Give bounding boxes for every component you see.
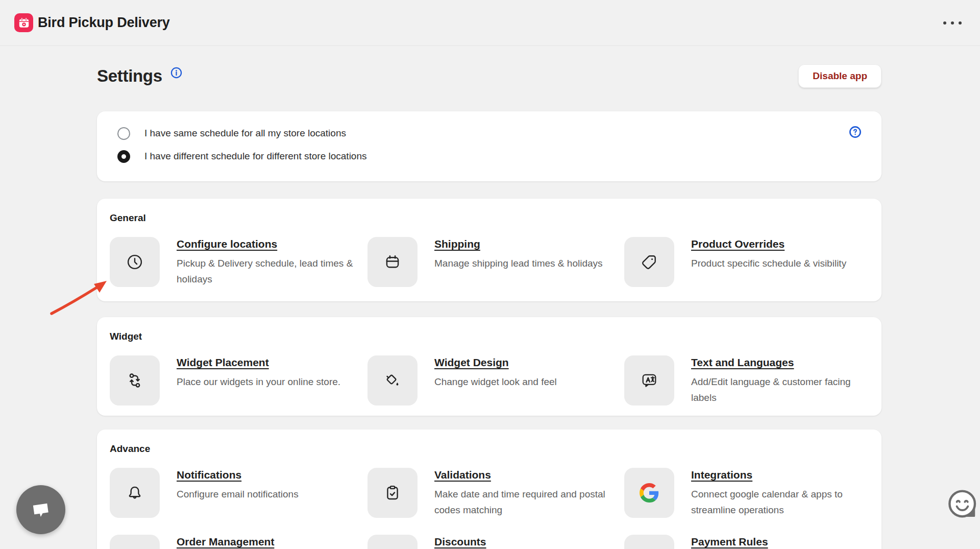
app-logo-icon — [14, 13, 33, 32]
chat-bubble-icon — [28, 496, 54, 523]
section-heading-widget: Widget — [110, 331, 869, 342]
setting-link[interactable]: Validations — [434, 469, 491, 481]
overflow-menu-icon[interactable] — [939, 16, 966, 30]
setting-description: Manage shipping lead times & holidays — [434, 255, 614, 271]
widget-section-card: Widget Widget Placement Place our widget… — [97, 317, 881, 416]
setting-description: Change widget look and feel — [434, 374, 614, 390]
question-circle-icon[interactable] — [848, 125, 862, 141]
app-header: Bird Pickup Delivery — [0, 0, 980, 46]
setting-link[interactable]: Product Overrides — [691, 238, 785, 250]
advance-section-card: Advance Notifications Configure email no… — [97, 429, 881, 549]
settings-tile[interactable] — [110, 535, 160, 549]
translate-icon[interactable] — [624, 355, 674, 405]
setting-description: Make date and time required and postal c… — [434, 486, 614, 518]
chat-launcher-button[interactable] — [16, 485, 65, 534]
setting-item-text-languages: Text and Languages Add/Edit language & c… — [624, 355, 871, 405]
setting-description: Pickup & Delivery schedule, lead times &… — [177, 255, 356, 287]
branch-icon[interactable] — [110, 355, 160, 405]
clipboard-check-icon[interactable] — [368, 468, 418, 518]
section-heading-general: General — [110, 212, 869, 224]
setting-link[interactable]: Text and Languages — [691, 356, 794, 369]
setting-item-validations: Validations Make date and time required … — [368, 468, 624, 518]
setting-item-order-management: Order Management — [110, 535, 368, 549]
setting-item-widget-design: Widget Design Change widget look and fee… — [368, 355, 624, 405]
settings-tile[interactable] — [624, 535, 674, 549]
setting-description: Product specific schedule & visibility — [691, 255, 871, 271]
setting-item-configure-locations: Configure locations Pickup & Delivery sc… — [110, 237, 368, 287]
calendar-icon[interactable] — [368, 237, 418, 287]
setting-item-notifications: Notifications Configure email notificati… — [110, 468, 368, 518]
google-icon[interactable] — [624, 468, 674, 518]
setting-link[interactable]: Configure locations — [177, 238, 277, 250]
setting-item-integrations: Integrations Connect google calendar & a… — [624, 468, 871, 518]
setting-description: Add/Edit language & customer facing labe… — [691, 374, 871, 405]
setting-description: Configure email notifications — [177, 486, 356, 502]
setting-link[interactable]: Shipping — [434, 238, 480, 250]
setting-link[interactable]: Order Management — [177, 536, 274, 548]
setting-link[interactable]: Notifications — [177, 469, 241, 481]
radio-selected[interactable] — [117, 150, 130, 163]
settings-title-row: Settings Disable app — [97, 62, 881, 90]
settings-tile[interactable] — [368, 535, 418, 549]
setting-item-payment-rules: Payment Rules — [624, 535, 871, 549]
bell-icon[interactable] — [110, 468, 160, 518]
schedule-options-card: I have same schedule for all my store lo… — [97, 111, 881, 181]
section-heading-advance: Advance — [110, 443, 869, 455]
feedback-smiley-button[interactable] — [947, 488, 979, 525]
radio-option-different-schedule[interactable]: I have different schedule for different … — [117, 149, 864, 164]
paint-bucket-icon[interactable] — [368, 355, 418, 405]
disable-app-button[interactable]: Disable app — [798, 64, 881, 88]
setting-item-widget-placement: Widget Placement Place our widgets in yo… — [110, 355, 368, 405]
page-title: Settings — [97, 66, 162, 86]
setting-link[interactable]: Discounts — [434, 536, 486, 548]
setting-link[interactable]: Widget Placement — [177, 356, 269, 369]
radio-label: I have different schedule for different … — [144, 151, 367, 162]
radio-unselected[interactable] — [117, 127, 130, 140]
tag-icon[interactable] — [624, 237, 674, 287]
setting-description: Place our widgets in your online store. — [177, 374, 356, 390]
radio-label: I have same schedule for all my store lo… — [144, 128, 346, 139]
setting-item-product-overrides: Product Overrides Product specific sched… — [624, 237, 871, 287]
setting-item-shipping: Shipping Manage shipping lead times & ho… — [368, 237, 624, 287]
app-title: Bird Pickup Delivery — [38, 15, 170, 31]
info-icon[interactable] — [170, 66, 183, 81]
general-section-card: General Configure locations Pickup & Del… — [97, 199, 881, 301]
setting-item-discounts: Discounts — [368, 535, 624, 549]
setting-link[interactable]: Payment Rules — [691, 536, 768, 548]
setting-link[interactable]: Integrations — [691, 469, 752, 481]
radio-option-same-schedule[interactable]: I have same schedule for all my store lo… — [117, 126, 864, 141]
setting-link[interactable]: Widget Design — [434, 356, 509, 369]
clock-icon[interactable] — [110, 237, 160, 287]
setting-description: Connect google calendar & apps to stream… — [691, 486, 871, 518]
